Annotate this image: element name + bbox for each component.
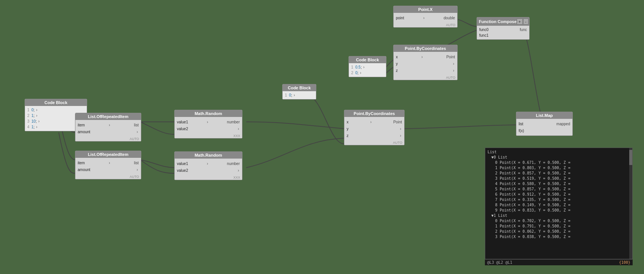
output-list0-item8: 8 Point(X = 0.149, Y = 0.500, Z = (488, 202, 630, 208)
output-scrollbar[interactable] (629, 148, 632, 259)
output-footer-label: @L3 @L2 @L1 (487, 260, 512, 265)
point-x-footer: AUTO (394, 23, 457, 27)
output-list0-item2: 2 Point(X = 0.857, Y = 0.500, Z = (488, 171, 630, 176)
output-list0-item7: 7 Point(X = 0.335, Y = 0.500, Z = (488, 197, 630, 202)
list-map-row-list: list mapped (516, 120, 572, 127)
function-compose-title: Function Compose (479, 19, 517, 24)
math-random-1-body: value1 › number value2 › (175, 117, 242, 134)
output-list1-item0: 0 Point(X = 0.702, Y = 0.500, Z = (488, 218, 630, 224)
function-compose-add-button[interactable]: + (517, 19, 523, 25)
list-repeated-item-2-footer: AUTO (75, 174, 141, 179)
code-block-1-header: Code Block (25, 99, 87, 106)
code-block-3-node: Code Block 1 0.5 ; › 2 0 ; › (349, 56, 386, 77)
output-footer-count: {100} (619, 260, 630, 265)
function-compose-header: Function Compose + - (477, 17, 529, 26)
point-bycoord-1-row-z: z › (394, 67, 457, 74)
list-map-row-fx: f(x) (516, 127, 572, 134)
math-random-1-row-v1: value1 › number (175, 118, 242, 125)
output-list0-item6: 6 Point(X = 0.912, Y = 0.500, Z = (488, 192, 630, 197)
output-list0-item4: 4 Point(X = 0.580, Y = 0.500, Z = (488, 181, 630, 187)
output-list0-item0: 0 Point(X = 0.671, Y = 0.500, Z = (488, 160, 630, 165)
list-repeated-item-1-row-amount: amount › (75, 128, 141, 135)
point-bycoord-2-row-x: x › Point (344, 118, 404, 125)
function-compose-remove-button[interactable]: - (523, 19, 528, 25)
code-block-3-line-1: 1 0.5 ; › (351, 64, 384, 70)
output-list1-header: ▼1 List (488, 213, 630, 218)
list-repeated-item-1-node: List.OfRepeatedItem item › list amount ›… (75, 113, 141, 142)
point-bycoord-2-row-z: z › (344, 132, 404, 139)
code-block-2-body: 1 0 ; › (283, 91, 316, 99)
list-repeated-item-2-body: item › list amount › (75, 158, 141, 174)
math-random-2-node: Math.Random value1 › number value2 › XXX (174, 151, 242, 180)
output-list1-item2: 2 Point(X = 0.062, Y = 0.500, Z = (488, 229, 630, 234)
output-list1-item3: 3 Point(X = 0.038, Y = 0.500, Z = (488, 234, 630, 240)
list-repeated-item-1-body: item › list amount › (75, 120, 141, 137)
point-bycoord-2-footer: AUTO (344, 140, 404, 145)
point-x-body: point › double (394, 13, 457, 23)
list-map-header: List.Map (516, 112, 572, 119)
code-line-1: 1 0 ; › (27, 107, 84, 113)
function-compose-node: Function Compose + - func0 func func1 (477, 17, 530, 40)
point-bycoord-2-node: Point.ByCoordinates x › Point y › z › AU… (344, 110, 405, 145)
function-compose-body: func0 func func1 (477, 26, 529, 39)
list-repeated-item-1-header: List.OfRepeatedItem (75, 113, 141, 120)
point-bycoord-2-body: x › Point y › z › (344, 117, 404, 140)
function-compose-func1-row: func1 (479, 33, 527, 38)
output-title: List (488, 149, 630, 155)
list-map-body: list mapped f(x) (516, 119, 572, 135)
list-map-node: List.Map list mapped f(x) (516, 112, 573, 136)
output-footer: @L3 @L2 @L1 {100} (485, 259, 633, 265)
point-bycoord-1-header: Point.ByCoordinates (394, 45, 457, 52)
canvas: Code Block 1 0 ; › 2 1 ; › 3 10 ; › 4 (0, 0, 644, 274)
math-random-1-row-v2: value2 › (175, 125, 242, 132)
code-block-3-line-2: 2 0 ; › (351, 70, 384, 76)
output-list1-item1: 1 Point(X = 0.791, Y = 0.500, Z = (488, 224, 630, 229)
point-x-node: Point.X point › double AUTO (393, 6, 458, 28)
point-bycoord-2-header: Point.ByCoordinates (344, 110, 404, 117)
output-list0-item5: 5 Point(X = 0.857, Y = 0.500, Z = (488, 187, 630, 192)
math-random-2-header: Math.Random (175, 152, 242, 159)
list-repeated-item-2-node: List.OfRepeatedItem item › list amount ›… (75, 151, 141, 179)
list-repeated-item-2-header: List.OfRepeatedItem (75, 151, 141, 158)
list-repeated-item-1-footer: AUTO (75, 137, 141, 141)
point-bycoord-2-row-y: y › (344, 125, 404, 132)
math-random-1-header: Math.Random (175, 110, 242, 117)
math-random-1-footer: XXX (175, 134, 242, 138)
point-x-header: Point.X (394, 6, 457, 13)
code-block-2-line-1: 1 0 ; › (285, 92, 314, 98)
code-block-2-header: Code Block (283, 84, 316, 91)
function-compose-func0-row: func0 func (479, 27, 527, 33)
output-list0-item9: 9 Point(X = 0.833, Y = 0.500, Z = (488, 208, 630, 213)
point-bycoord-1-body: x › Point y › z › (394, 52, 457, 75)
math-random-2-row-v2: value2 › (175, 167, 242, 174)
point-x-row: point › double (394, 14, 457, 21)
code-block-3-body: 1 0.5 ; › 2 0 ; › (349, 63, 386, 77)
point-bycoord-1-row-x: x › Point (394, 53, 457, 60)
list-repeated-item-2-row-item: item › list (75, 159, 141, 166)
math-random-2-footer: XXX (175, 175, 242, 180)
function-compose-controls[interactable]: + - (517, 19, 528, 25)
list-repeated-item-1-row-item: item › list (75, 121, 141, 128)
output-scrollbar-thumb[interactable] (629, 150, 632, 165)
output-list0-item3: 3 Point(X = 0.519, Y = 0.500, Z = (488, 176, 630, 181)
point-bycoord-1-row-y: y › (394, 60, 457, 67)
code-block-2-node: Code Block 1 0 ; › (282, 84, 316, 100)
math-random-2-row-v1: value1 › number (175, 160, 242, 167)
math-random-1-node: Math.Random value1 › number value2 › XXX (174, 110, 242, 139)
point-bycoord-1-footer: AUTO (394, 75, 457, 80)
point-bycoord-1-node: Point.ByCoordinates x › Point y › z › AU… (393, 45, 458, 80)
output-panel: List ▼0 List 0 Point(X = 0.671, Y = 0.50… (485, 148, 633, 259)
list-repeated-item-2-row-amount: amount › (75, 166, 141, 173)
output-list0-item1: 1 Point(X = 0.803, Y = 0.500, Z = (488, 165, 630, 171)
output-list0-header: ▼0 List (488, 155, 630, 160)
code-block-3-header: Code Block (349, 56, 386, 63)
math-random-2-body: value1 › number value2 › (175, 159, 242, 175)
